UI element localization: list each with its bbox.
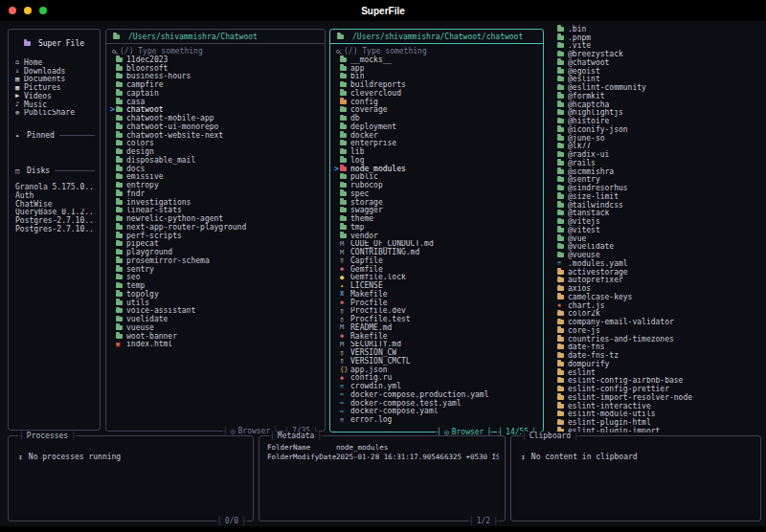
file-row[interactable]: app.json — [333, 366, 543, 374]
file-row[interactable]: @vuelidate — [551, 243, 763, 252]
file-row[interactable]: docs — [109, 165, 325, 173]
file-row[interactable]: @hcaptcha — [551, 100, 763, 109]
file-row[interactable]: Gemfile — [333, 265, 543, 274]
file-row[interactable]: axios — [551, 284, 763, 293]
file-row[interactable]: eslint-module-utils — [551, 410, 763, 419]
sidebar-item-publicshare[interactable]: ⊕PublicShare — [12, 109, 96, 118]
file-row[interactable]: @sentry — [551, 176, 763, 185]
file-row[interactable]: coverage — [333, 106, 543, 115]
file-row[interactable]: bin — [333, 73, 543, 81]
file-row[interactable]: lib — [333, 147, 543, 156]
file-row[interactable]: tmp — [333, 223, 543, 232]
file-row[interactable]: Procfile.test — [333, 315, 543, 323]
file-row[interactable]: @size-limit — [551, 192, 763, 201]
file-row[interactable]: @vue — [551, 234, 763, 243]
disk-item[interactable]: ChatWise — [12, 200, 96, 209]
file-row[interactable]: Makefile — [333, 290, 543, 299]
file-row[interactable]: investigations — [109, 198, 325, 207]
file-row[interactable]: autoprefixer — [551, 277, 763, 285]
file-row[interactable]: business-hours — [109, 73, 325, 81]
file-row[interactable]: date-fns — [551, 344, 763, 352]
file-row[interactable]: @sindresorhus — [551, 184, 763, 192]
file-row[interactable]: chatwoot-mobile-app — [109, 114, 325, 122]
file-row[interactable]: VERSION_CMCTL — [333, 357, 543, 366]
file-row[interactable]: vendor — [333, 232, 543, 240]
file-row[interactable]: @tanstack — [551, 210, 763, 218]
file-row[interactable]: eslint-config-airbnb-base — [551, 377, 763, 386]
file-row[interactable]: >chatwoot — [109, 106, 325, 115]
file-row[interactable]: @highlightjs — [551, 109, 763, 118]
file-row[interactable]: @chatwoot — [551, 58, 763, 67]
file-row[interactable]: temp — [109, 281, 325, 290]
file-row[interactable]: chatwoot-ui-monorepo — [109, 122, 325, 131]
file-row[interactable]: public — [333, 173, 543, 182]
file-row[interactable]: core-js — [551, 326, 763, 335]
file-row[interactable]: color2k — [551, 310, 763, 319]
file-row[interactable]: @breezystack — [551, 50, 763, 58]
file-row[interactable]: chart.js — [551, 301, 763, 310]
file-row[interactable]: countries-and-timezones — [551, 335, 763, 344]
file-row[interactable]: linear-stats — [109, 207, 325, 215]
file-row[interactable]: theme — [333, 214, 543, 223]
file-row[interactable]: app — [333, 64, 543, 73]
file-row[interactable]: eslint-import-resolver-node — [551, 393, 763, 402]
file-row[interactable]: @tailwindcss — [551, 201, 763, 210]
file-row[interactable]: @eslint — [551, 76, 763, 84]
file-row[interactable]: storage — [333, 198, 543, 207]
file-row[interactable]: crowdin.yml — [333, 382, 543, 390]
file-row[interactable]: @vueuse — [551, 251, 763, 259]
file-row[interactable]: deployment — [333, 122, 543, 131]
file-row[interactable]: date-fns-tz — [551, 351, 763, 360]
file-row[interactable]: captain — [109, 89, 325, 98]
file-row[interactable]: buildreports — [333, 80, 543, 89]
file-row[interactable]: emissive — [109, 173, 325, 182]
file-row[interactable]: eslint-plugin-html — [551, 418, 763, 427]
sidebar-item-videos[interactable]: ▶Videos — [12, 92, 96, 100]
file-row[interactable]: config.ru — [333, 374, 543, 383]
sidebar-item-downloads[interactable]: ↓Downloads — [12, 67, 96, 76]
file-row[interactable]: @eslint-community — [551, 83, 763, 92]
file-row[interactable]: prosemirror-schema — [109, 256, 325, 265]
file-row[interactable]: .modules.yaml — [551, 259, 763, 268]
file-row[interactable]: campfire — [109, 80, 325, 89]
disk-item[interactable]: Postgres-2.7.10... — [12, 225, 96, 233]
file-row[interactable]: @vitejs — [551, 217, 763, 226]
file-row[interactable]: eslint — [551, 368, 763, 377]
disk-item[interactable]: QueryBase 0.1.2... — [12, 209, 96, 217]
file-row[interactable]: company-email-validator — [551, 318, 763, 326]
file-row[interactable]: next-app-router-playground — [109, 223, 325, 232]
sidebar-item-home[interactable]: ⌂Home — [12, 58, 96, 67]
file-row[interactable]: LICENSE — [333, 281, 543, 290]
file-row[interactable]: docker-compose.production.yaml — [333, 390, 543, 399]
file-row[interactable]: eslint-config-prettier — [551, 385, 763, 393]
file-row[interactable]: 11dec2023 — [109, 55, 325, 64]
file-row[interactable]: newrelic-python-agent — [109, 214, 325, 223]
file-row[interactable]: docker-compose.yaml — [333, 408, 543, 416]
file-row[interactable]: docker-compose.test.yaml — [333, 399, 543, 408]
file-row[interactable]: Procfile.dev — [333, 307, 543, 316]
file-row[interactable]: eslint-interactive — [551, 402, 763, 410]
file-row[interactable]: vuelidate — [109, 315, 325, 323]
file-row[interactable]: woot-banner — [109, 332, 325, 341]
file-row[interactable]: design — [109, 147, 325, 156]
file-row[interactable]: entropy — [109, 181, 325, 189]
file-row[interactable]: spec — [333, 189, 543, 198]
file-row[interactable]: config — [333, 98, 543, 106]
file-row[interactable]: db — [333, 114, 543, 122]
sidebar-item-documents[interactable]: ▤Documents — [12, 76, 96, 84]
file-row[interactable]: @radix-ui — [551, 150, 763, 159]
file-row[interactable]: @formkit — [551, 92, 763, 100]
file-row[interactable]: CONTRIBUTING.md — [333, 248, 543, 256]
disk-item[interactable]: Postgres-2.7.10... — [12, 216, 96, 225]
file-row[interactable]: enterprise — [333, 140, 543, 148]
file-row[interactable]: .bin — [551, 25, 763, 33]
file-row[interactable]: topolgy — [109, 290, 325, 299]
file-row[interactable]: playground — [109, 248, 325, 256]
file-row[interactable]: fndr — [109, 189, 325, 198]
file-row[interactable]: Capfile — [333, 256, 543, 265]
file-row[interactable]: @vitest — [551, 226, 763, 234]
file-row[interactable]: README.md — [333, 323, 543, 332]
file-row[interactable]: activestorage — [551, 268, 763, 277]
file-row[interactable]: vueuse — [109, 323, 325, 332]
file-row[interactable]: @iconify-json — [551, 125, 763, 134]
